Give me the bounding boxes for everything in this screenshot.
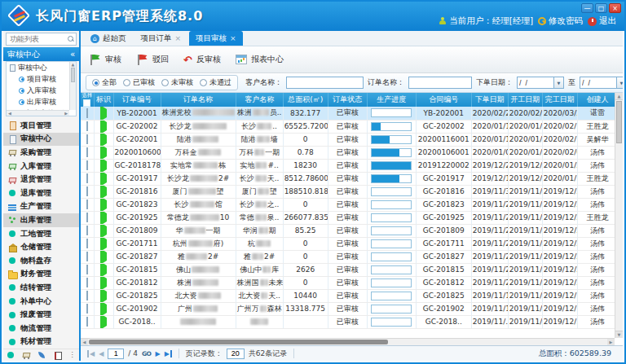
table-row[interactable]: GC-202002长沙龙长沙..65525.7200..已审核GC-202002… <box>81 120 618 133</box>
table-row[interactable]: GC-201825北大资北大资天..10440已审核GC-2018252019/… <box>81 289 618 302</box>
审核-button[interactable]: 审核 <box>89 54 121 66</box>
column-header-3[interactable]: 订单名称 <box>161 93 236 107</box>
驳回-button[interactable]: 驳回 <box>136 54 169 66</box>
page-number-input[interactable] <box>108 349 124 359</box>
table-row[interactable]: YB-202001株洲党校株洲员..832.177已审核YB-202001202… <box>81 107 618 120</box>
table-row[interactable]: GC-201816厦门望厦门望188510.818已审核GC-201816201… <box>81 185 618 198</box>
column-header-2[interactable]: 订单编号 <box>113 93 161 107</box>
scroll-left-icon[interactable]: ◀ <box>81 339 88 345</box>
scroll-up-icon[interactable]: ▲ <box>615 93 623 100</box>
column-header-12[interactable]: 创建人 <box>577 93 617 107</box>
row-checkbox[interactable] <box>86 121 88 131</box>
table-row[interactable]: 20200106001万科金万科一期0.78已审核202001060012020… <box>81 146 618 159</box>
sidebar-module-9[interactable]: 仓储管理 <box>3 240 79 254</box>
table-row[interactable]: GC-201823长沙馆长沙之..0已审核GC-2018232019/11/27… <box>81 198 618 211</box>
tab-项目订单[interactable]: 项目订单× <box>134 31 188 46</box>
row-checkbox[interactable] <box>86 317 88 327</box>
table-row[interactable]: GC-201711杭州府)杭0已审核GC-2017112019/11/20201… <box>81 237 618 250</box>
row-checkbox[interactable] <box>86 173 88 183</box>
column-header-5[interactable]: 总面积(㎡) <box>283 93 328 107</box>
报表中心-button[interactable]: 报表中心 <box>236 54 284 65</box>
status-radio-3[interactable]: 未通过 <box>200 77 231 88</box>
scroll-right-icon[interactable]: ▶ <box>607 339 615 345</box>
first-page-button[interactable]: ◀ <box>87 350 95 357</box>
chevron-down-icon[interactable]: ▼ <box>554 77 564 89</box>
tab-项目审核[interactable]: 项目审核× <box>189 31 243 46</box>
table-row[interactable]: GC-201827雅2#雅2#0已审核GC-2018272019/11/2020… <box>81 250 618 263</box>
close-button[interactable]: × <box>609 3 621 13</box>
select-all-checkbox[interactable] <box>83 99 90 107</box>
table-row[interactable]: GC-202001陆港陆港墙0已审核202001160012020/01/162… <box>81 133 618 146</box>
table-row[interactable]: GC-201815佛山佛山中库2626已审核GC-2018152019/11/2… <box>81 263 618 276</box>
row-checkbox[interactable] <box>86 278 88 287</box>
tab-起始页[interactable]: ⌂起始页 <box>84 31 133 46</box>
sidebar-module-5[interactable]: 退库管理 <box>3 186 79 200</box>
row-checkbox[interactable] <box>86 291 88 300</box>
overflow-icon[interactable]: ⋮ <box>68 351 77 359</box>
sidebar-module-2[interactable]: 采购管理 <box>3 146 79 160</box>
table-row[interactable]: GC-2018178实地常栋实地#..18230已审核2019122000220… <box>81 159 618 172</box>
status-radio-0[interactable]: 全部 <box>92 77 117 88</box>
tree-scroll-thumb[interactable] <box>71 68 75 82</box>
sidebar-module-11[interactable]: 财务管理 <box>3 268 79 282</box>
order-date-to-input[interactable] <box>580 77 617 89</box>
sidebar-module-16[interactable]: 耗材管理 <box>3 335 79 349</box>
row-checkbox[interactable] <box>86 265 88 274</box>
grid-hscroll-thumb[interactable] <box>89 340 388 344</box>
column-header-6[interactable]: 订单状态 <box>328 93 367 107</box>
cart-icon[interactable] <box>22 351 30 359</box>
column-header-1[interactable]: 标识 <box>94 93 113 107</box>
table-row[interactable]: GC-201812株洲株洲国未来0已审核GC-2018122019/11/202… <box>81 276 618 289</box>
tree-horizontal-scrollbar[interactable]: ◀▶ <box>7 110 69 116</box>
grid-vscroll-thumb[interactable] <box>616 101 622 143</box>
chevron-down-icon[interactable]: ▼ <box>617 77 623 89</box>
leaf-icon[interactable] <box>37 351 46 359</box>
function-search-input[interactable] <box>6 33 77 46</box>
column-header-8[interactable]: 合同编号 <box>416 93 471 107</box>
sidebar-module-6[interactable]: 生产管理 <box>3 200 79 214</box>
scroll-down-icon[interactable]: ▼ <box>615 331 623 338</box>
row-checkbox[interactable] <box>86 147 88 157</box>
column-header-0[interactable]: 选择 <box>81 93 94 107</box>
sidebar-module-3[interactable]: 入库管理 <box>3 160 79 173</box>
table-row[interactable]: GC-201925常德龙10常德泉..266077.835..已审核GC-201… <box>81 211 618 224</box>
next-page-button[interactable]: ▶ <box>155 350 160 357</box>
row-checkbox[interactable] <box>86 213 88 222</box>
tree-item-2[interactable]: 出库审核 <box>7 96 69 107</box>
module-dot-icon[interactable] <box>7 351 15 359</box>
row-checkbox[interactable] <box>86 108 88 118</box>
last-page-button[interactable]: ▶ <box>165 350 172 357</box>
go-button[interactable]: GO <box>142 350 152 357</box>
column-header-9[interactable]: 下单日期 <box>471 93 508 107</box>
row-checkbox[interactable] <box>86 226 88 235</box>
table-row[interactable]: GC-201917长沙龙2#长沙天..8512.78600..已审核GC-201… <box>81 172 618 185</box>
minimize-button[interactable]: — <box>581 3 593 13</box>
row-checkbox[interactable] <box>86 200 88 209</box>
row-checkbox[interactable] <box>86 239 88 248</box>
row-checkbox[interactable] <box>86 160 88 170</box>
sidebar-module-15[interactable]: 物流管理 <box>3 322 79 335</box>
column-header-11[interactable]: 完工日期 <box>542 93 577 107</box>
table-row[interactable]: GC-2018..已审核GC-2018..2019/11/..2019/11/.… <box>81 315 618 328</box>
table-row[interactable]: GC-201809华一期华润期85.25已审核GC-2018092019/11/… <box>81 224 618 237</box>
grid-vertical-scrollbar[interactable]: ▲ ▼ <box>615 93 623 338</box>
row-checkbox[interactable] <box>86 304 88 314</box>
prev-page-button[interactable]: ◀ <box>99 350 104 357</box>
row-checkbox[interactable] <box>86 134 88 144</box>
sidebar-module-1[interactable]: 审核中心 <box>3 133 79 147</box>
sidebar-panel-header[interactable]: 审核中心 « <box>3 47 79 61</box>
row-checkbox[interactable] <box>86 252 88 261</box>
column-header-10[interactable]: 开工日期 <box>508 93 542 107</box>
status-radio-2[interactable]: 未审核 <box>161 77 193 88</box>
collapse-icon[interactable]: « <box>70 47 75 61</box>
column-header-7[interactable]: 生产进度 <box>367 93 416 107</box>
grid-horizontal-scrollbar[interactable]: ◀ ▶ <box>81 338 615 345</box>
logout-link[interactable]: 退出 <box>588 15 616 27</box>
row-checkbox[interactable] <box>86 186 88 196</box>
order-date-from-input[interactable] <box>517 77 554 89</box>
sidebar-module-7[interactable]: 出库管理 <box>3 213 79 227</box>
tree-root-item[interactable]: 审核中心 <box>7 62 69 73</box>
change-password-link[interactable]: 修改密码 <box>538 15 583 27</box>
反审核-button[interactable]: ↶反审核 <box>183 54 221 65</box>
tree-item-0[interactable]: 项目审核 <box>7 73 69 85</box>
